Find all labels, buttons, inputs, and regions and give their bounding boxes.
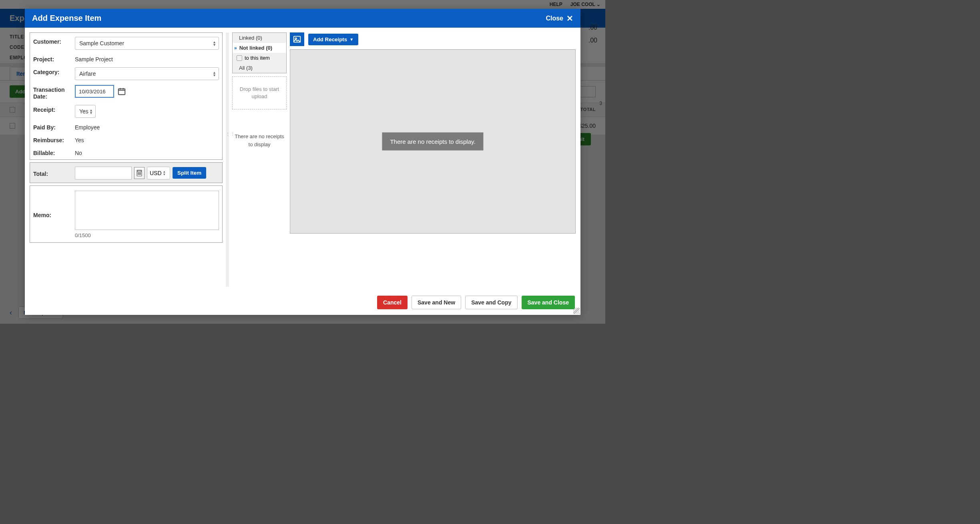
close-icon: ✕ [566,14,573,22]
total-label: Total: [33,169,72,177]
view-image-button[interactable] [290,32,304,46]
project-value: Sample Project [75,54,219,62]
transaction-date-input[interactable] [75,85,114,98]
memo-counter: 0/1500 [75,231,219,238]
transaction-date-label: Transaction Date: [33,85,72,100]
receipt-filter-tabs: Linked (0) » Not linked (0) to this item… [232,32,287,73]
reimburse-value: Yes [75,135,219,143]
svg-point-3 [138,173,139,173]
svg-point-7 [139,174,140,175]
cancel-button[interactable]: Cancel [377,296,408,309]
receipts-sidebar: Linked (0) » Not linked (0) to this item… [232,32,287,287]
paid-by-label: Paid By: [33,123,72,131]
total-input[interactable] [75,167,132,179]
billable-value: No [75,148,219,156]
to-this-item-row[interactable]: to this item [233,53,286,63]
chevron-updown-icon: ▴▾ [213,71,215,77]
chevron-updown-icon: ▴▾ [90,109,92,114]
panel-resize-handle[interactable]: ⋮⋮ [226,32,229,287]
image-icon [293,35,301,44]
split-item-button[interactable]: Split Item [173,167,206,179]
modal-close-button[interactable]: Close ✕ [546,14,573,22]
modal-header: Add Expense Item Close ✕ [25,9,580,28]
receipt-select[interactable]: Yes ▴▾ [75,105,96,118]
chevron-updown-icon: ▴▾ [213,40,215,46]
no-receipts-banner: There are no receipts to display. [382,133,483,151]
save-and-close-button[interactable]: Save and Close [522,296,575,309]
memo-label: Memo: [33,210,72,218]
calendar-icon[interactable] [117,87,126,96]
svg-rect-0 [118,89,125,95]
chevron-right-icon: » [234,45,237,51]
customer-label: Customer: [33,37,72,45]
svg-point-8 [140,174,141,175]
receipt-label: Receipt: [33,105,72,113]
caret-down-icon: ▼ [349,37,353,42]
svg-rect-2 [138,171,141,172]
tab-all[interactable]: All (3) [233,63,286,73]
to-this-item-checkbox[interactable] [237,55,242,61]
tab-linked[interactable]: Linked (0) [233,33,286,43]
resize-handle-icon[interactable] [573,308,580,314]
currency-select[interactable]: USD ▴▾ [147,167,170,179]
save-and-new-button[interactable]: Save and New [412,296,461,309]
calculator-icon[interactable] [134,167,145,179]
modal-title: Add Expense Item [32,14,101,23]
svg-point-6 [138,174,139,175]
add-receipts-button[interactable]: Add Receipts ▼ [308,34,358,45]
add-expense-modal: Add Expense Item Close ✕ Customer: Sampl… [25,9,580,315]
save-and-copy-button[interactable]: Save and Copy [465,296,517,309]
svg-point-4 [139,173,140,173]
file-dropzone[interactable]: Drop files to start upload [232,77,287,109]
svg-point-10 [295,38,297,39]
tab-not-linked[interactable]: » Not linked (0) [233,43,286,53]
receipt-preview-panel: Add Receipts ▼ There are no receipts to … [290,32,576,287]
paid-by-value: Employee [75,123,219,131]
project-label: Project: [33,54,72,62]
category-select[interactable]: Airfare ▴▾ [75,67,219,80]
memo-textarea[interactable] [75,191,219,230]
billable-label: Billable: [33,148,72,156]
receipt-preview-area: There are no receipts to display. [290,49,576,234]
svg-point-5 [140,173,141,173]
no-receipts-label: There are no receipts to display [232,133,287,148]
reimburse-label: Reimburse: [33,135,72,143]
customer-select[interactable]: Sample Customer ▴▾ [75,37,219,50]
modal-footer: Cancel Save and New Save and Copy Save a… [25,292,580,315]
expense-form: Customer: Sample Customer ▴▾ Project: Sa… [30,32,223,287]
chevron-updown-icon: ▴▾ [163,170,165,176]
grip-icon: ⋮⋮ [226,132,229,136]
category-label: Category: [33,67,72,75]
